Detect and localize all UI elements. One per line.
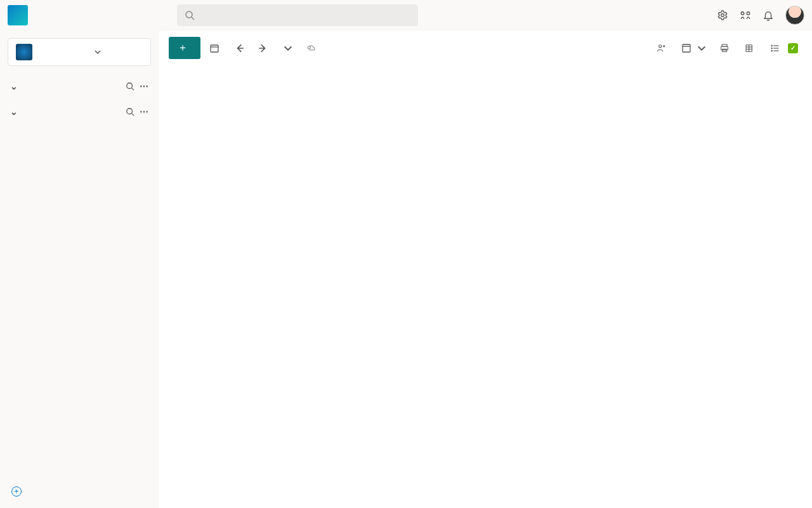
svg-line-6 — [132, 88, 134, 91]
export-icon — [745, 43, 755, 53]
svg-point-25 — [771, 45, 772, 46]
svg-rect-17 — [723, 49, 727, 51]
manage-staff-link[interactable] — [8, 121, 151, 128]
calendar-body — [159, 65, 812, 508]
services-header-row[interactable]: ⌄ ⋯ — [8, 77, 151, 95]
toolbar: ＋ — [159, 30, 812, 65]
content-area: ＋ — [159, 30, 812, 508]
today-button[interactable] — [206, 41, 226, 56]
export-button[interactable] — [741, 41, 761, 56]
svg-rect-9 — [211, 45, 218, 52]
more-icon[interactable]: ⋯ — [140, 81, 148, 91]
action-items-button[interactable]: ✓ — [766, 41, 802, 56]
apps-icon[interactable] — [740, 10, 751, 21]
sidebar: ⌄ ⋯ ⌄ ⋯ — [0, 30, 159, 508]
svg-rect-13 — [683, 44, 690, 52]
svg-point-27 — [771, 50, 772, 51]
new-appointment-button[interactable]: ＋ — [169, 37, 200, 59]
manage-services-link[interactable] — [8, 95, 151, 103]
svg-point-4 — [747, 12, 750, 15]
date-picker[interactable] — [277, 41, 297, 56]
print-button[interactable] — [716, 41, 736, 56]
svg-line-8 — [132, 114, 134, 116]
chevron-down-icon — [697, 43, 707, 53]
search-icon[interactable] — [126, 107, 134, 116]
list-icon — [770, 43, 780, 53]
person-off-icon — [656, 43, 666, 53]
svg-point-12 — [659, 44, 662, 47]
chevron-down-icon: ⌄ — [10, 81, 18, 91]
next-button[interactable] — [254, 41, 272, 56]
add-time-off-button[interactable] — [652, 41, 672, 56]
print-icon — [719, 43, 730, 53]
svg-line-1 — [192, 17, 194, 20]
svg-point-26 — [771, 48, 772, 48]
plus-icon: ＋ — [178, 41, 188, 55]
check-badge-icon: ✓ — [788, 43, 798, 53]
svg-point-5 — [127, 83, 133, 89]
weather-icon[interactable] — [302, 41, 320, 56]
chevron-down-icon: ⌄ — [10, 107, 18, 117]
more-icon[interactable]: ⋯ — [140, 107, 148, 117]
app-logo — [8, 5, 28, 25]
plus-icon: + — [11, 486, 22, 497]
settings-icon[interactable] — [717, 10, 728, 21]
search-input[interactable] — [177, 4, 418, 26]
svg-point-3 — [741, 12, 744, 15]
calendar-columns — [188, 65, 812, 508]
new-bookings-calendar[interactable]: + — [11, 486, 27, 497]
day-icon — [681, 43, 691, 53]
search-icon[interactable] — [126, 82, 134, 91]
staff-header-row[interactable]: ⌄ ⋯ — [8, 103, 151, 121]
svg-point-0 — [186, 11, 192, 18]
time-column — [159, 65, 188, 508]
svg-point-2 — [721, 14, 724, 17]
org-logo — [16, 44, 32, 60]
chevron-down-icon — [283, 43, 293, 53]
prev-button[interactable] — [231, 41, 249, 56]
calendar-icon — [209, 43, 219, 53]
top-bar — [0, 0, 812, 30]
bell-icon[interactable] — [763, 10, 774, 21]
chevron-down-icon — [94, 48, 143, 56]
svg-point-7 — [127, 109, 133, 114]
search-icon — [185, 10, 195, 20]
user-avatar[interactable] — [785, 6, 804, 25]
view-selector[interactable] — [678, 41, 710, 56]
org-selector[interactable] — [8, 38, 151, 66]
